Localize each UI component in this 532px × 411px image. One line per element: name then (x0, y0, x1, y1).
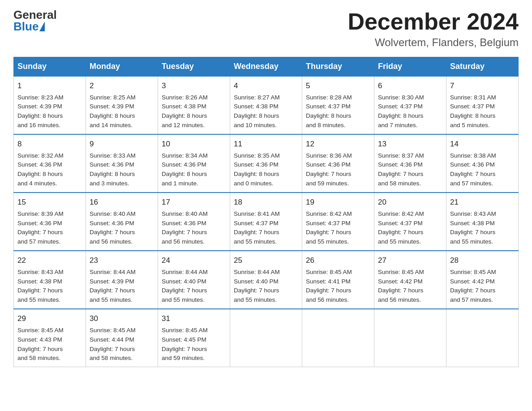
day-number: 27 (378, 255, 442, 266)
calendar-cell: 3Sunrise: 8:26 AM Sunset: 4:38 PM Daylig… (158, 76, 230, 134)
day-number: 18 (234, 197, 298, 208)
day-info: Sunrise: 8:30 AM Sunset: 4:37 PM Dayligh… (378, 93, 442, 131)
day-info: Sunrise: 8:44 AM Sunset: 4:40 PM Dayligh… (234, 268, 298, 305)
calendar-cell: 13Sunrise: 8:37 AM Sunset: 4:36 PM Dayli… (374, 134, 446, 193)
calendar-cell: 9Sunrise: 8:33 AM Sunset: 4:36 PM Daylig… (86, 134, 158, 193)
day-number: 24 (162, 255, 226, 266)
day-number: 10 (162, 138, 226, 150)
calendar-cell: 24Sunrise: 8:44 AM Sunset: 4:40 PM Dayli… (158, 251, 230, 309)
day-number: 1 (17, 80, 82, 92)
calendar-cell: 14Sunrise: 8:38 AM Sunset: 4:36 PM Dayli… (446, 134, 519, 193)
day-number: 21 (450, 197, 515, 208)
day-number: 5 (306, 80, 370, 92)
day-info: Sunrise: 8:44 AM Sunset: 4:39 PM Dayligh… (90, 268, 154, 305)
day-number: 23 (90, 255, 154, 266)
header-cell-sunday: Sunday (14, 57, 86, 77)
day-info: Sunrise: 8:40 AM Sunset: 4:36 PM Dayligh… (162, 210, 226, 247)
day-info: Sunrise: 8:40 AM Sunset: 4:36 PM Dayligh… (90, 210, 154, 247)
calendar-cell: 20Sunrise: 8:42 AM Sunset: 4:37 PM Dayli… (374, 193, 446, 251)
day-number: 11 (234, 138, 298, 150)
calendar-cell: 11Sunrise: 8:35 AM Sunset: 4:36 PM Dayli… (230, 134, 302, 193)
day-info: Sunrise: 8:36 AM Sunset: 4:36 PM Dayligh… (306, 151, 370, 189)
week-row: 22Sunrise: 8:43 AM Sunset: 4:38 PM Dayli… (14, 251, 519, 309)
calendar-cell: 25Sunrise: 8:44 AM Sunset: 4:40 PM Dayli… (230, 251, 302, 309)
calendar-cell: 7Sunrise: 8:31 AM Sunset: 4:37 PM Daylig… (446, 76, 519, 134)
day-info: Sunrise: 8:31 AM Sunset: 4:37 PM Dayligh… (450, 93, 515, 131)
calendar-cell: 19Sunrise: 8:42 AM Sunset: 4:37 PM Dayli… (302, 193, 374, 251)
day-number: 30 (90, 313, 154, 325)
day-info: Sunrise: 8:23 AM Sunset: 4:39 PM Dayligh… (17, 93, 82, 131)
day-number: 13 (378, 138, 442, 150)
day-info: Sunrise: 8:45 AM Sunset: 4:42 PM Dayligh… (450, 268, 515, 305)
day-info: Sunrise: 8:35 AM Sunset: 4:36 PM Dayligh… (234, 151, 298, 189)
day-info: Sunrise: 8:37 AM Sunset: 4:36 PM Dayligh… (378, 151, 442, 189)
day-info: Sunrise: 8:45 AM Sunset: 4:44 PM Dayligh… (90, 326, 154, 364)
week-row: 15Sunrise: 8:39 AM Sunset: 4:36 PM Dayli… (14, 193, 519, 251)
day-number: 8 (17, 138, 82, 150)
day-number: 9 (90, 138, 154, 150)
calendar-cell: 29Sunrise: 8:45 AM Sunset: 4:43 PM Dayli… (14, 309, 86, 367)
day-number: 28 (450, 255, 515, 266)
day-info: Sunrise: 8:34 AM Sunset: 4:36 PM Dayligh… (162, 151, 226, 189)
logo-blue-text: Blue (13, 21, 45, 32)
header-cell-wednesday: Wednesday (230, 57, 302, 77)
day-number: 14 (450, 138, 515, 150)
location-title: Wolvertem, Flanders, Belgium (348, 36, 519, 49)
day-info: Sunrise: 8:45 AM Sunset: 4:41 PM Dayligh… (306, 268, 370, 305)
logo-general-text: General (13, 9, 57, 21)
calendar-cell: 18Sunrise: 8:41 AM Sunset: 4:37 PM Dayli… (230, 193, 302, 251)
header-cell-monday: Monday (86, 57, 158, 77)
calendar-cell: 1Sunrise: 8:23 AM Sunset: 4:39 PM Daylig… (14, 76, 86, 134)
day-info: Sunrise: 8:25 AM Sunset: 4:39 PM Dayligh… (90, 93, 154, 131)
calendar-cell: 2Sunrise: 8:25 AM Sunset: 4:39 PM Daylig… (86, 76, 158, 134)
day-info: Sunrise: 8:28 AM Sunset: 4:37 PM Dayligh… (306, 93, 370, 131)
day-number: 22 (17, 255, 82, 266)
calendar-cell: 4Sunrise: 8:27 AM Sunset: 4:38 PM Daylig… (230, 76, 302, 134)
week-row: 8Sunrise: 8:32 AM Sunset: 4:36 PM Daylig… (14, 134, 519, 193)
calendar-cell: 10Sunrise: 8:34 AM Sunset: 4:36 PM Dayli… (158, 134, 230, 193)
header-row: SundayMondayTuesdayWednesdayThursdayFrid… (14, 57, 519, 77)
calendar-cell: 15Sunrise: 8:39 AM Sunset: 4:36 PM Dayli… (14, 193, 86, 251)
day-number: 20 (378, 197, 442, 208)
day-info: Sunrise: 8:39 AM Sunset: 4:36 PM Dayligh… (17, 210, 82, 247)
calendar-cell (446, 309, 519, 367)
day-number: 2 (90, 80, 154, 92)
calendar-cell: 17Sunrise: 8:40 AM Sunset: 4:36 PM Dayli… (158, 193, 230, 251)
calendar-cell (374, 309, 446, 367)
day-info: Sunrise: 8:45 AM Sunset: 4:43 PM Dayligh… (17, 326, 82, 364)
calendar-cell: 16Sunrise: 8:40 AM Sunset: 4:36 PM Dayli… (86, 193, 158, 251)
header-cell-thursday: Thursday (302, 57, 374, 77)
day-info: Sunrise: 8:43 AM Sunset: 4:38 PM Dayligh… (450, 210, 515, 247)
calendar-cell: 23Sunrise: 8:44 AM Sunset: 4:39 PM Dayli… (86, 251, 158, 309)
calendar-cell: 6Sunrise: 8:30 AM Sunset: 4:37 PM Daylig… (374, 76, 446, 134)
calendar-cell: 30Sunrise: 8:45 AM Sunset: 4:44 PM Dayli… (86, 309, 158, 367)
day-number: 19 (306, 197, 370, 208)
calendar-cell: 26Sunrise: 8:45 AM Sunset: 4:41 PM Dayli… (302, 251, 374, 309)
day-info: Sunrise: 8:33 AM Sunset: 4:36 PM Dayligh… (90, 151, 154, 189)
day-number: 16 (90, 197, 154, 208)
page-header: General Blue December 2024 Wolvertem, Fl… (13, 9, 519, 49)
calendar-cell: 5Sunrise: 8:28 AM Sunset: 4:37 PM Daylig… (302, 76, 374, 134)
calendar-table: SundayMondayTuesdayWednesdayThursdayFrid… (13, 57, 519, 367)
day-info: Sunrise: 8:41 AM Sunset: 4:37 PM Dayligh… (234, 210, 298, 247)
day-info: Sunrise: 8:44 AM Sunset: 4:40 PM Dayligh… (162, 268, 226, 305)
calendar-cell: 8Sunrise: 8:32 AM Sunset: 4:36 PM Daylig… (14, 134, 86, 193)
day-info: Sunrise: 8:42 AM Sunset: 4:37 PM Dayligh… (306, 210, 370, 247)
day-number: 4 (234, 80, 298, 92)
logo-triangle-icon (39, 21, 45, 31)
day-number: 3 (162, 80, 226, 92)
logo: General Blue (13, 9, 57, 32)
calendar-cell: 31Sunrise: 8:45 AM Sunset: 4:45 PM Dayli… (158, 309, 230, 367)
calendar-cell (302, 309, 374, 367)
day-info: Sunrise: 8:45 AM Sunset: 4:45 PM Dayligh… (162, 326, 226, 364)
week-row: 29Sunrise: 8:45 AM Sunset: 4:43 PM Dayli… (14, 309, 519, 367)
calendar-cell: 12Sunrise: 8:36 AM Sunset: 4:36 PM Dayli… (302, 134, 374, 193)
day-number: 25 (234, 255, 298, 266)
day-info: Sunrise: 8:27 AM Sunset: 4:38 PM Dayligh… (234, 93, 298, 131)
calendar-cell: 21Sunrise: 8:43 AM Sunset: 4:38 PM Dayli… (446, 193, 519, 251)
day-info: Sunrise: 8:42 AM Sunset: 4:37 PM Dayligh… (378, 210, 442, 247)
day-number: 31 (162, 313, 226, 325)
title-area: December 2024 Wolvertem, Flanders, Belgi… (348, 9, 519, 49)
week-row: 1Sunrise: 8:23 AM Sunset: 4:39 PM Daylig… (14, 76, 519, 134)
header-cell-saturday: Saturday (446, 57, 519, 77)
